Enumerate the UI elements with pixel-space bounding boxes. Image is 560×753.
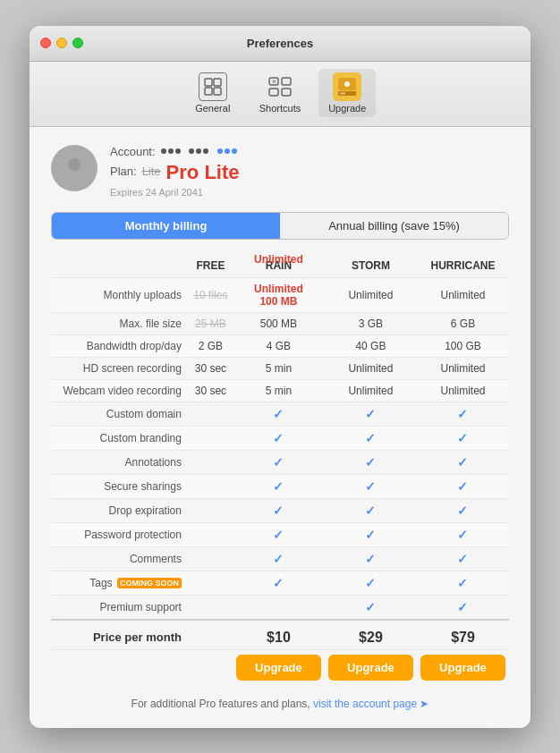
upgrade-free-empty xyxy=(189,649,233,685)
row-hurricane: ✓ xyxy=(417,498,509,522)
row-storm: 3 GB xyxy=(325,312,417,334)
row-storm: ✓ xyxy=(325,450,417,474)
upgrade-storm-cell: Upgrade xyxy=(325,649,417,685)
svg-rect-0 xyxy=(205,79,212,86)
table-row: Secure sharings ✓ ✓ ✓ xyxy=(51,474,509,498)
annual-billing-button[interactable]: Annual billing (save 15%) xyxy=(280,213,508,239)
row-rain: 5 min xyxy=(233,379,325,402)
row-free: 30 sec xyxy=(189,357,233,379)
row-rain: ✓ xyxy=(233,474,325,498)
tab-general[interactable]: General xyxy=(184,69,242,117)
price-label: Price per month xyxy=(51,620,189,650)
row-free xyxy=(189,571,233,595)
row-storm: ✓ xyxy=(325,546,417,571)
row-free: 25 MB xyxy=(189,312,233,334)
upgrade-rain-button[interactable]: Upgrade xyxy=(236,655,321,681)
row-storm: ✓ xyxy=(325,595,417,620)
row-free: 2 GB xyxy=(189,334,233,357)
account-section: Account: xyxy=(51,141,509,198)
row-rain: 500 MB xyxy=(233,312,325,334)
row-hurricane: 6 GB xyxy=(417,312,509,334)
row-storm: ✓ xyxy=(325,402,417,426)
tab-upgrade-label: Upgrade xyxy=(328,103,366,114)
table-row: Max. file size 25 MB 500 MB 3 GB 6 GB xyxy=(51,312,509,334)
preferences-window: Preferences General ⌘ xyxy=(30,26,530,728)
maximize-button[interactable] xyxy=(72,38,83,48)
row-label: Bandwidth drop/day xyxy=(51,334,189,357)
monthly-billing-button[interactable]: Monthly billing xyxy=(52,213,280,239)
svg-rect-5 xyxy=(282,78,291,85)
upgrade-storm-button[interactable]: Upgrade xyxy=(328,655,413,681)
svg-rect-7 xyxy=(282,89,291,96)
avatar xyxy=(51,145,98,191)
table-row: HD screen recording 30 sec 5 min Unlimit… xyxy=(51,357,509,379)
close-button[interactable] xyxy=(40,38,51,48)
row-hurricane: ✓ xyxy=(417,571,509,595)
window-title: Preferences xyxy=(247,37,313,50)
row-label: Comments xyxy=(51,546,189,571)
shortcuts-icon: ⌘ xyxy=(266,72,294,101)
svg-rect-1 xyxy=(214,79,221,86)
price-rain: $10 xyxy=(233,620,325,650)
row-free: 30 sec xyxy=(189,379,233,402)
tab-upgrade[interactable]: Upgrade xyxy=(318,69,376,117)
table-row: Webcam video recording 30 sec 5 min Unli… xyxy=(51,379,509,402)
row-hurricane: Unlimited xyxy=(417,379,509,402)
table-row: Comments ✓ ✓ ✓ xyxy=(51,546,509,571)
plan-new: Pro Lite xyxy=(166,161,240,184)
plan-current: Lite xyxy=(142,165,161,178)
row-rain: Unlimited 100 MB xyxy=(233,277,325,312)
svg-rect-12 xyxy=(340,92,345,94)
svg-rect-2 xyxy=(205,88,212,95)
row-free xyxy=(189,546,233,571)
svg-rect-3 xyxy=(214,88,221,95)
row-rain: ✓ xyxy=(233,571,325,595)
price-storm: $29 xyxy=(325,620,417,650)
table-row: Bandwidth drop/day 2 GB 4 GB 40 GB 100 G… xyxy=(51,334,509,357)
upgrade-icon xyxy=(333,72,361,101)
col-header-hurricane: HURRICANE xyxy=(417,254,509,278)
row-rain xyxy=(233,595,325,620)
svg-point-13 xyxy=(68,158,81,171)
col-header-storm: STORM xyxy=(325,254,417,278)
titlebar: Preferences xyxy=(30,26,530,62)
table-row: Custom branding ✓ ✓ ✓ xyxy=(51,426,509,450)
footer-text: For additional Pro features and plans, v… xyxy=(51,698,509,710)
tab-shortcuts[interactable]: ⌘ Shortcuts xyxy=(250,69,310,117)
plan-label: Plan: xyxy=(110,165,137,178)
row-free xyxy=(189,522,233,546)
minimize-button[interactable] xyxy=(56,38,67,48)
account-label: Account: xyxy=(110,145,156,158)
row-free xyxy=(189,498,233,522)
price-free xyxy=(189,620,233,650)
row-hurricane: 100 GB xyxy=(417,334,509,357)
row-storm: Unlimited xyxy=(325,379,417,402)
plans-table: FREE RAIN Unlimited STORM HURRICANE Mont… xyxy=(51,254,509,685)
row-rain: ✓ xyxy=(233,402,325,426)
row-hurricane: ✓ xyxy=(417,402,509,426)
traffic-lights xyxy=(40,38,83,48)
col-header-rain: RAIN Unlimited xyxy=(233,254,325,278)
main-content: Account: xyxy=(30,127,530,728)
billing-toggle: Monthly billing Annual billing (save 15%… xyxy=(51,212,509,240)
table-row: Annotations ✓ ✓ ✓ xyxy=(51,450,509,474)
row-label: Password protection xyxy=(51,522,189,546)
upgrade-hurricane-button[interactable]: Upgrade xyxy=(420,655,505,681)
row-hurricane: Unlimited xyxy=(417,277,509,312)
row-storm: Unlimited xyxy=(325,277,417,312)
row-rain: ✓ xyxy=(233,546,325,571)
row-label: Drop expiration xyxy=(51,498,189,522)
row-free xyxy=(189,402,233,426)
row-storm: ✓ xyxy=(325,474,417,498)
row-free: 10 files xyxy=(189,277,233,312)
coming-soon-badge: COMING SOON xyxy=(117,578,182,588)
row-free xyxy=(189,474,233,498)
row-label: Custom branding xyxy=(51,426,189,450)
account-info: Account: xyxy=(110,141,240,198)
table-row: Password protection ✓ ✓ ✓ xyxy=(51,522,509,546)
row-label: Annotations xyxy=(51,450,189,474)
account-row: Account: xyxy=(110,145,240,158)
account-page-link[interactable]: visit the account page ➤ xyxy=(313,698,428,710)
row-rain: 4 GB xyxy=(233,334,325,357)
row-rain: 5 min xyxy=(233,357,325,379)
